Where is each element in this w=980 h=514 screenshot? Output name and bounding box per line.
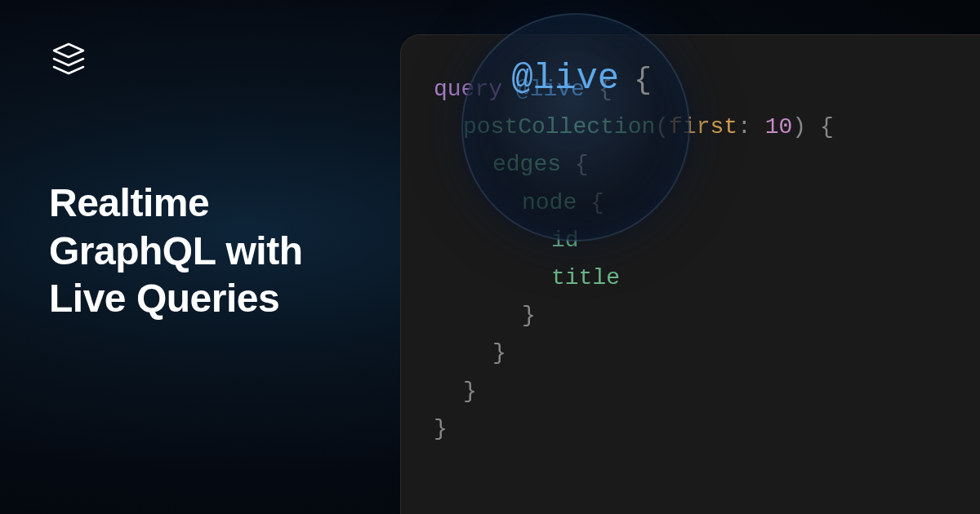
field-postcollection: postCollection (463, 114, 655, 140)
code-line-1: query @live { (434, 71, 955, 109)
code-line-9: } (434, 373, 955, 410)
paren-open: ( (655, 114, 669, 140)
code-line-3: edges { (434, 146, 955, 184)
directive-live: @live (516, 77, 585, 102)
colon: : (737, 114, 751, 140)
brace-close: } (434, 416, 448, 441)
brace-open: { (575, 152, 589, 177)
field-id: id (551, 228, 579, 253)
brace-open: { (590, 190, 604, 215)
brace-close: } (522, 303, 536, 328)
value-10: 10 (765, 114, 793, 140)
code-line-8: } (434, 335, 955, 372)
field-node: node (522, 190, 577, 215)
title-line-1: Realtime (49, 181, 209, 224)
title-line-3: Live Queries (49, 277, 279, 320)
brace-close: } (463, 379, 477, 404)
brand-logo-icon (49, 39, 88, 78)
code-line-2: postCollection(first: 10) { (434, 109, 955, 146)
field-title: title (551, 265, 620, 290)
keyword-query: query (434, 77, 502, 102)
code-line-10: } (434, 410, 955, 448)
arg-first: first (669, 114, 737, 140)
brace-open: { (599, 77, 612, 102)
paren-close: ) (792, 114, 806, 140)
brace-open: { (820, 114, 834, 140)
code-line-4: node { (434, 184, 955, 222)
brace-close: } (492, 340, 506, 366)
code-window: query @live { postCollection(first: 10) … (400, 34, 980, 514)
title-line-2: GraphQL with (49, 229, 302, 273)
page-title: Realtime GraphQL with Live Queries (49, 179, 302, 323)
code-line-7: } (434, 297, 955, 335)
code-line-5: id (434, 222, 955, 259)
code-line-6: title (434, 259, 955, 297)
field-edges: edges (492, 152, 561, 177)
